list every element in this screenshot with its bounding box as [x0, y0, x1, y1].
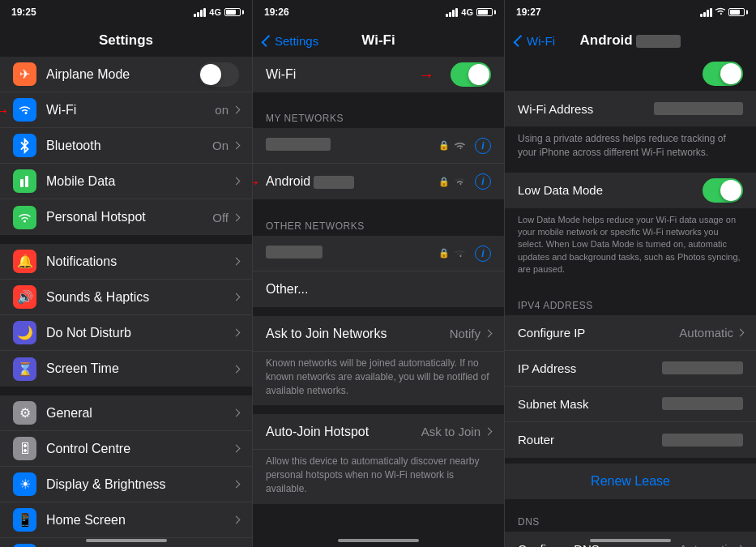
- controlcentre-item[interactable]: 🎛 Control Centre: [0, 431, 252, 467]
- other-row[interactable]: Other...: [253, 271, 504, 307]
- battery-icon-2: [476, 8, 493, 16]
- other-btn-label: Other...: [266, 282, 491, 297]
- network-name-2: Android: [266, 174, 438, 189]
- time-1: 19:25: [11, 6, 36, 18]
- homescreen-item[interactable]: 📱 Home Screen: [0, 502, 252, 538]
- status-icons-2: 4G: [446, 7, 493, 17]
- hotspot-icon: [13, 206, 36, 229]
- back-button-3[interactable]: Wi-Fi: [516, 34, 555, 48]
- hotspot-value: Off: [212, 211, 229, 224]
- general-group: ⚙ General 🎛 Control Centre ☀ Display & B…: [0, 395, 252, 547]
- home-indicator-3: [590, 539, 671, 542]
- back-chevron-2: [262, 35, 274, 47]
- subnet-mask-label: Subnet Mask: [518, 397, 662, 411]
- mobile-data-item[interactable]: Mobile Data: [0, 164, 252, 199]
- low-data-label: Low Data Mode: [518, 183, 703, 197]
- back-chevron-3: [514, 35, 526, 47]
- network-red-arrow: →: [253, 173, 261, 191]
- wifi-icon: [13, 98, 36, 122]
- notifications-item[interactable]: 🔔 Notifications: [0, 244, 252, 280]
- time-2: 19:26: [264, 6, 289, 18]
- screentime-chevron: [233, 365, 241, 373]
- network-name-redact: [636, 35, 681, 48]
- info-btn-3[interactable]: i: [475, 246, 491, 262]
- home-indicator-1: [86, 539, 167, 542]
- wifi-scroll: Wi-Fi → MY NETWORKS 🔒: [253, 57, 504, 547]
- configure-dns-value: Automatic: [679, 542, 733, 547]
- screentime-label: Screen Time: [46, 361, 233, 376]
- signal-icon-3: [700, 8, 712, 17]
- low-data-toggle[interactable]: [703, 178, 743, 203]
- ask-join-value: Notify: [450, 327, 481, 340]
- auto-join-header[interactable]: Auto-Join Hotspot Ask to Join: [253, 414, 504, 450]
- ip-address-row: IP Address: [505, 351, 756, 387]
- network-detail-panel: 19:27 Wi-Fi Android Wi-Fi Address: [504, 0, 756, 547]
- bluetooth-item[interactable]: Bluetooth On: [0, 128, 252, 164]
- signal-icon: [194, 8, 206, 17]
- wifi-chevron: [233, 106, 241, 114]
- router-value: [662, 434, 743, 447]
- ipv4-group: Configure IP Automatic IP Address Subnet…: [505, 315, 756, 458]
- connectivity-group: ✈ Airplane Mode Wi-Fi on → Bluetooth On: [0, 57, 252, 235]
- network-row-1[interactable]: 🔒 i: [253, 128, 504, 164]
- wifi-main-toggle-item[interactable]: Wi-Fi →: [253, 57, 504, 92]
- wifi-label: Wi-Fi: [46, 103, 215, 118]
- low-data-group: Low Data Mode: [505, 173, 756, 208]
- hotspot-item[interactable]: Personal Hotspot Off: [0, 199, 252, 235]
- wifi-strength-1: [454, 249, 466, 259]
- ip-address-value: [662, 361, 743, 374]
- settings-panel: 19:25 4G Settings ✈ Airplane Mode Wi-Fi: [0, 0, 252, 547]
- homescreen-label: Home Screen: [46, 513, 233, 528]
- ask-join-header[interactable]: Ask to Join Networks Notify: [253, 316, 504, 352]
- other-network-name-1: [266, 246, 438, 262]
- airplane-label: Airplane Mode: [46, 67, 199, 82]
- my-networks-group: 🔒 i Android 🔒: [253, 128, 504, 199]
- subnet-mask-row: Subnet Mask: [505, 387, 756, 422]
- network-type-3: [715, 7, 725, 17]
- status-bar-1: 19:25 4G: [0, 0, 252, 24]
- wifi-address-row: Wi-Fi Address: [505, 91, 756, 126]
- other-network-icons-1: 🔒 i: [438, 246, 491, 262]
- airplane-toggle[interactable]: [199, 62, 239, 87]
- airplane-mode-item[interactable]: ✈ Airplane Mode: [0, 57, 252, 92]
- auto-join-label: Auto-Join Hotspot: [266, 425, 421, 439]
- display-item[interactable]: ☀ Display & Brightness: [0, 467, 252, 502]
- homescreen-icon: 📱: [13, 508, 36, 532]
- dnd-item[interactable]: 🌙 Do Not Disturb: [0, 315, 252, 351]
- sounds-label: Sounds & Haptics: [46, 290, 233, 305]
- sounds-item[interactable]: 🔊 Sounds & Haptics: [0, 280, 252, 315]
- configure-dns-label: Configure DNS: [518, 542, 679, 547]
- general-item[interactable]: ⚙ General: [0, 395, 252, 431]
- network-row-2[interactable]: Android 🔒 i →: [253, 164, 504, 199]
- lock-icon-3: 🔒: [438, 248, 450, 259]
- back-label-3: Wi-Fi: [527, 34, 555, 48]
- svg-point-2: [23, 220, 26, 223]
- wifi-panel: 19:26 4G Settings Wi-Fi Wi-Fi →: [252, 0, 504, 547]
- other-network-row-1[interactable]: 🔒 i: [253, 236, 504, 271]
- renew-lease-button[interactable]: Renew Lease: [505, 464, 756, 499]
- top-toggle-row: [505, 57, 756, 91]
- dns-label: DNS: [505, 504, 756, 532]
- dnd-label: Do Not Disturb: [46, 326, 233, 340]
- signal-icon-2: [446, 8, 458, 17]
- wifi-main-toggle[interactable]: →: [451, 62, 491, 87]
- top-toggle[interactable]: [703, 62, 743, 86]
- info-btn-1[interactable]: i: [475, 138, 491, 154]
- screentime-item[interactable]: ⌛ Screen Time: [0, 351, 252, 387]
- dnd-chevron: [233, 329, 241, 337]
- info-btn-2[interactable]: i: [475, 173, 491, 190]
- back-button-2[interactable]: Settings: [264, 34, 318, 48]
- network-detail-scroll: Wi-Fi Address Using a private address he…: [505, 91, 756, 547]
- display-chevron: [233, 481, 241, 489]
- configure-ip-row[interactable]: Configure IP Automatic: [505, 315, 756, 351]
- svg-rect-0: [20, 179, 23, 187]
- wifi-address-label: Wi-Fi Address: [518, 102, 654, 116]
- wifi-item[interactable]: Wi-Fi on →: [0, 92, 252, 128]
- other-network-redacted: [266, 246, 322, 259]
- wifi-toggle-group: Wi-Fi →: [253, 57, 504, 92]
- battery-icon-1: [224, 8, 241, 16]
- bluetooth-icon: [13, 134, 36, 157]
- router-label: Router: [518, 433, 662, 447]
- wifi-address-value: [654, 102, 743, 115]
- screentime-icon: ⌛: [13, 357, 36, 381]
